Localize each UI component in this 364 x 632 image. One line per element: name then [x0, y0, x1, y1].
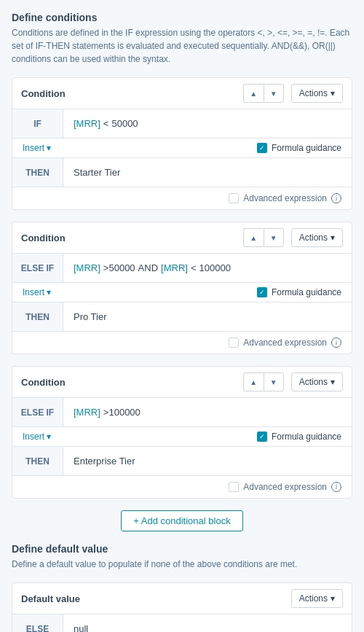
move-down-button-1[interactable]: ▼ — [264, 84, 284, 103]
actions-button-3[interactable]: Actions ▾ — [291, 372, 343, 391]
then-label-3: THEN — [12, 447, 63, 475]
condition-block-1: Condition ▲ ▼ Actions ▾ IF [MRR] < 50000 — [12, 77, 352, 210]
insert-row-3: Insert ▾ ✓ Formula guidance — [12, 427, 352, 447]
operator-lt-2: < — [191, 262, 197, 273]
default-value-controls: Actions ▾ — [287, 589, 343, 608]
move-down-button-3[interactable]: ▼ — [264, 372, 284, 391]
define-conditions-title: Define conditions — [12, 12, 352, 23]
token-mrr-2a: [MRR] — [74, 262, 100, 273]
formula-checkbox-3[interactable]: ✓ — [257, 432, 267, 442]
then-row-3: THEN Enterprise Tier — [12, 447, 352, 476]
arrow-group-3: ▲ ▼ — [243, 372, 284, 391]
actions-button-1[interactable]: Actions ▾ — [291, 84, 343, 103]
actions-button-2[interactable]: Actions ▾ — [291, 228, 343, 247]
formula-guidance-3: ✓ Formula guidance — [257, 432, 341, 442]
insert-caret-3: ▾ — [47, 432, 51, 442]
operator-gt-2: >50000 — [103, 262, 135, 273]
define-conditions-desc: Conditions are defined in the IF express… — [12, 26, 352, 66]
actions-caret-1: ▾ — [331, 88, 335, 98]
formula-checkbox-2[interactable]: ✓ — [257, 287, 267, 297]
define-default-section: Define default value Define a default va… — [12, 543, 352, 632]
add-block-container: + Add conditional block — [12, 510, 352, 531]
advanced-checkbox-2[interactable] — [229, 338, 239, 348]
actions-label-1: Actions — [299, 88, 328, 98]
condition-block-3: Condition ▲ ▼ Actions ▾ ELSE IF [MRR] >1… — [12, 366, 352, 499]
advanced-label-3: Advanced expression — [243, 482, 327, 492]
then-content-1: Starter Tier — [63, 158, 352, 187]
token-mrr-1: [MRR] — [74, 118, 100, 129]
formula-label-3: Formula guidance — [272, 432, 341, 442]
value-2: 100000 — [199, 262, 230, 273]
move-up-button-1[interactable]: ▲ — [243, 84, 264, 103]
condition-block-2: Condition ▲ ▼ Actions ▾ ELSE IF [MRR] >5… — [12, 222, 352, 354]
formula-label-2: Formula guidance — [272, 287, 341, 297]
condition-header-2: Condition ▲ ▼ Actions ▾ — [12, 222, 352, 254]
insert-button-2[interactable]: Insert ▾ — [23, 287, 51, 297]
operator-lt-1: < — [103, 118, 109, 129]
add-conditional-block-button[interactable]: + Add conditional block — [121, 510, 242, 531]
add-block-label: + Add conditional block — [133, 515, 230, 526]
default-actions-button[interactable]: Actions ▾ — [291, 589, 343, 608]
advanced-row-2: Advanced expression i — [12, 332, 352, 354]
move-up-button-2[interactable]: ▲ — [243, 228, 264, 247]
condition-controls-3: ▲ ▼ Actions ▾ — [243, 372, 343, 391]
advanced-row-3: Advanced expression i — [12, 476, 352, 498]
condition-label-2: Condition — [21, 233, 66, 243]
then-value-1: Starter Tier — [74, 167, 120, 178]
elseif-row-2: ELSE IF [MRR] >50000 AND [MRR] < 100000 — [12, 254, 352, 283]
info-icon-1[interactable]: i — [331, 193, 341, 203]
insert-button-1[interactable]: Insert ▾ — [23, 143, 51, 153]
then-label-1: THEN — [12, 158, 63, 187]
insert-caret-2: ▾ — [47, 287, 51, 297]
condition-header-1: Condition ▲ ▼ Actions ▾ — [12, 78, 352, 109]
condition-header-3: Condition ▲ ▼ Actions ▾ — [12, 367, 352, 398]
advanced-checkbox-3[interactable] — [229, 482, 239, 492]
formula-label-1: Formula guidance — [272, 143, 341, 153]
define-default-desc: Define a default value to populate if no… — [12, 558, 352, 571]
advanced-row-1: Advanced expression i — [12, 187, 352, 209]
move-up-button-3[interactable]: ▲ — [243, 372, 264, 391]
if-label-1: IF — [12, 109, 63, 138]
define-default-title: Define default value — [12, 543, 352, 555]
else-label: ELSE — [12, 615, 63, 632]
actions-label-3: Actions — [299, 377, 328, 387]
condition-controls-1: ▲ ▼ Actions ▾ — [243, 84, 343, 103]
then-content-2: Pro Tier — [63, 303, 352, 331]
info-icon-2[interactable]: i — [331, 338, 341, 348]
advanced-checkbox-1[interactable] — [229, 193, 239, 203]
default-value-label: Default value — [21, 593, 80, 604]
then-label-2: THEN — [12, 303, 63, 331]
info-icon-3[interactable]: i — [331, 482, 341, 492]
elseif-label-3: ELSE IF — [12, 398, 63, 426]
token-mrr-3: [MRR] — [74, 407, 100, 418]
default-actions-caret: ▾ — [331, 593, 335, 604]
insert-label-1: Insert — [23, 143, 44, 153]
then-row-2: THEN Pro Tier — [12, 303, 352, 332]
elseif-label-2: ELSE IF — [12, 254, 63, 282]
actions-label-2: Actions — [299, 233, 328, 243]
advanced-label-1: Advanced expression — [243, 193, 327, 203]
elseif-row-3: ELSE IF [MRR] >100000 — [12, 398, 352, 427]
then-row-1: THEN Starter Tier — [12, 158, 352, 187]
arrow-group-2: ▲ ▼ — [243, 228, 284, 247]
insert-button-3[interactable]: Insert ▾ — [23, 432, 51, 442]
advanced-label-2: Advanced expression — [243, 338, 327, 348]
then-value-2: Pro Tier — [74, 311, 107, 322]
else-value: null — [74, 623, 88, 632]
actions-caret-3: ▾ — [331, 377, 335, 387]
condition-controls-2: ▲ ▼ Actions ▾ — [243, 228, 343, 247]
else-row: ELSE null — [12, 615, 352, 632]
insert-caret-1: ▾ — [47, 143, 51, 153]
default-value-block: Default value Actions ▾ ELSE null Advanc… — [12, 582, 352, 632]
condition-label-1: Condition — [21, 88, 66, 99]
formula-guidance-1: ✓ Formula guidance — [257, 143, 341, 153]
value-1: 50000 — [111, 118, 138, 129]
move-down-button-2[interactable]: ▼ — [264, 228, 284, 247]
elseif-content-2: [MRR] >50000 AND [MRR] < 100000 — [63, 254, 352, 282]
formula-checkbox-1[interactable]: ✓ — [257, 143, 267, 153]
default-value-header: Default value Actions ▾ — [12, 583, 352, 615]
define-conditions-section: Define conditions Conditions are defined… — [12, 12, 352, 66]
then-content-3: Enterprise Tier — [63, 447, 352, 475]
then-value-3: Enterprise Tier — [74, 456, 135, 467]
if-content-1: [MRR] < 50000 — [63, 109, 352, 138]
